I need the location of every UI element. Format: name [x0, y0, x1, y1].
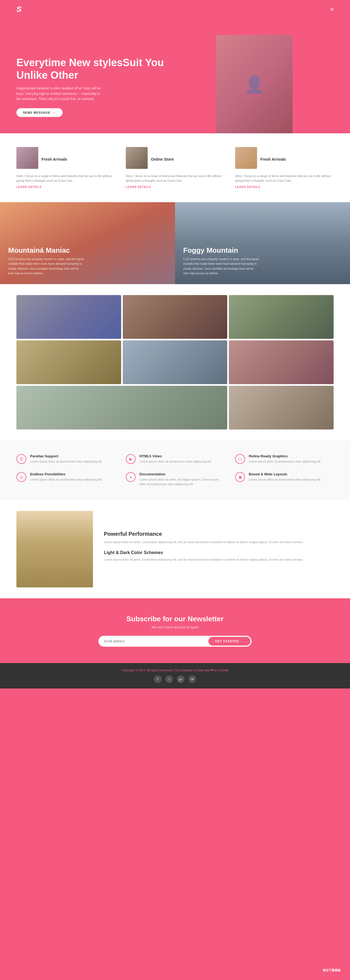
- gallery-item-1[interactable]: [16, 295, 121, 339]
- newsletter-subtitle: We won't send any kind of spam: [16, 625, 334, 629]
- logo: S: [16, 5, 22, 14]
- performance-desc2: Lorem ipsum dolor sit amet, consectetur …: [104, 557, 334, 562]
- feat-item-6: ▣ Boxed & Wide Layouts Lorem ipsum dolor…: [235, 472, 334, 486]
- mountain-right-title: Foggy Mountain: [183, 246, 260, 255]
- feat-5-title: Documentation: [139, 472, 224, 476]
- hero-headline: Everytime New stylesSuit You Unlike Othe…: [16, 57, 175, 81]
- gallery-item-6[interactable]: [229, 340, 334, 384]
- feature-3-learn-link[interactable]: LEARN DETAILS: [235, 186, 334, 189]
- feat-5-desc: Lorem ipsum dolor sit amet, do magna ips…: [139, 477, 224, 486]
- feat-6-desc: Lorem ipsum dolor sit ametconsec tetur a…: [249, 477, 321, 482]
- social-links: f t g+ ✉: [16, 675, 334, 683]
- performance-image: [16, 511, 93, 587]
- newsletter-section: Subscribe for our Newsletter We won't se…: [0, 598, 350, 663]
- feat-1-title: Parallax Support: [30, 454, 102, 458]
- feat-3-desc: Lorem ipsum dolor sit ametconsec tetur a…: [249, 459, 321, 464]
- get-started-button[interactable]: GET STARTED: [208, 637, 251, 646]
- footer-copyright: Copyright © 2017. All rights Reserved | …: [16, 668, 334, 672]
- boxed-icon: ▣: [235, 472, 245, 482]
- feature-card-3: Fresh Arrivals Here, I focus on a range …: [235, 147, 334, 189]
- feature-2-title: Online Store: [151, 157, 174, 161]
- hero-text-block: Everytime New stylesSuit You Unlike Othe…: [16, 57, 175, 133]
- gallery-item-3[interactable]: [229, 295, 334, 339]
- docs-icon: ♦: [126, 472, 136, 482]
- performance-image-inner: [16, 511, 93, 587]
- feature-card-1: Fresh Arrivals Here, I focus on a range …: [16, 147, 115, 189]
- newsletter-form: GET STARTED: [98, 636, 252, 647]
- mountain-right: Foggy Mountain LCD screens are uniquely …: [175, 202, 350, 284]
- feat-4-desc: Lorem ipsum dolor sit ametconsec tetur a…: [30, 477, 102, 482]
- retina-icon: ◻: [235, 454, 245, 464]
- feat-item-1: ☰ Parallax Support Lorem ipsum dolor sit…: [16, 454, 115, 464]
- hero-image-block: 👤: [175, 35, 334, 133]
- performance-content: Powerful Performance Lorem ipsum dolor s…: [104, 531, 334, 568]
- footer: Copyright © 2017. All rights Reserved | …: [0, 663, 350, 689]
- hero-person-shape: 👤: [216, 35, 292, 133]
- feat-1-content: Parallax Support Lorem ipsum dolor sit a…: [30, 454, 102, 464]
- gallery-grid: [16, 295, 334, 430]
- feature-1-header: Fresh Arrivals: [16, 147, 115, 172]
- mountain-section: Mountainá Maniac LCD screens are uniquel…: [0, 202, 350, 284]
- performance-title: Powerful Performance: [104, 531, 334, 537]
- newsletter-title: Subscribe for our Newsletter: [16, 615, 334, 623]
- mountain-left: Mountainá Maniac LCD screens are uniquel…: [0, 202, 175, 284]
- twitter-link[interactable]: t: [165, 675, 173, 683]
- feat-2-content: HTML5 Video Lorem ipsum dolor sit ametco…: [139, 454, 212, 464]
- feat-3-title: Retina Ready Graphics: [249, 454, 321, 458]
- feat-item-5: ♦ Documentation Lorem ipsum dolor sit am…: [126, 472, 224, 486]
- gallery-item-2[interactable]: [123, 295, 227, 339]
- features-list-section: ☰ Parallax Support Lorem ipsum dolor sit…: [0, 441, 350, 500]
- mountain-right-text: Foggy Mountain LCD screens are uniquely …: [183, 246, 260, 276]
- performance-desc1: Lorem ipsum dolor sit amet, consectetur …: [104, 540, 334, 545]
- feat-item-2: ▶ HTML5 Video Lorem ipsum dolor sit amet…: [126, 454, 224, 464]
- email-link[interactable]: ✉: [189, 675, 196, 683]
- feat-2-title: HTML5 Video: [139, 454, 212, 458]
- header: S ≡: [0, 0, 350, 19]
- mountain-left-desc: LCD screens are uniquely modern in style…: [8, 257, 85, 276]
- gallery-item-8[interactable]: [229, 386, 334, 430]
- hero-section: Everytime New stylesSuit You Unlike Othe…: [0, 19, 350, 133]
- feature-3-image: [235, 147, 257, 169]
- feature-3-header: Fresh Arrivals: [235, 147, 334, 172]
- email-input[interactable]: [104, 639, 208, 643]
- feature-3-desc: Here, I focus on a range of items and fe…: [235, 174, 334, 183]
- hero-person-image: 👤: [216, 35, 292, 133]
- mountain-left-text: Mountainá Maniac LCD screens are uniquel…: [8, 246, 85, 276]
- gallery-item-7[interactable]: [16, 386, 227, 430]
- send-message-button[interactable]: SEND MESSAGE: [16, 108, 62, 117]
- feat-item-3: ◻ Retina Ready Graphics Lorem ipsum dolo…: [235, 454, 334, 464]
- gallery-section: [0, 284, 350, 441]
- gallery-item-5[interactable]: [123, 340, 227, 384]
- feat-4-content: Endless Possibilities Lorem ipsum dolor …: [30, 472, 102, 482]
- feat-5-content: Documentation Lorem ipsum dolor sit amet…: [139, 472, 224, 486]
- feat-3-content: Retina Ready Graphics Lorem ipsum dolor …: [249, 454, 321, 464]
- feat-6-title: Boxed & Wide Layouts: [249, 472, 321, 476]
- feature-2-learn-link[interactable]: LEARN DETAILS: [126, 186, 224, 189]
- features-section: Fresh Arrivals Here, I focus on a range …: [0, 133, 350, 202]
- html5-icon: ▶: [126, 454, 136, 464]
- gallery-item-4[interactable]: [16, 340, 121, 384]
- feature-3-title: Fresh Arrivals: [261, 157, 286, 161]
- performance-subtitle: Light & Dark Color Schemes: [104, 550, 334, 555]
- facebook-link[interactable]: f: [154, 675, 161, 683]
- feature-1-image: [16, 147, 38, 169]
- mountain-left-title: Mountainá Maniac: [8, 246, 85, 255]
- feature-1-desc: Here, I focus on a range of items and fe…: [16, 174, 115, 183]
- mountain-right-desc: LCD screens are uniquely modern in style…: [183, 257, 260, 276]
- feature-2-header: Online Store: [126, 147, 224, 172]
- feat-1-desc: Lorem ipsum dolor sit ametconsec tetur a…: [30, 459, 102, 464]
- feat-2-desc: Lorem ipsum dolor sit ametconsec tetur a…: [139, 459, 212, 464]
- hero-description: Inappropriate behavior is often laughed …: [16, 86, 104, 102]
- feature-2-image: [126, 147, 148, 169]
- hamburger-menu[interactable]: ≡: [330, 6, 334, 13]
- feature-1-learn-link[interactable]: LEARN DETAILS: [16, 186, 115, 189]
- googleplus-link[interactable]: g+: [177, 675, 185, 683]
- parallax-icon: ☰: [16, 454, 26, 464]
- performance-section: Powerful Performance Lorem ipsum dolor s…: [0, 500, 350, 598]
- feat-item-4: ◎ Endless Possibilities Lorem ipsum dolo…: [16, 472, 115, 486]
- feature-2-desc: Here, I focus on a range of items and fe…: [126, 174, 224, 183]
- feat-4-title: Endless Possibilities: [30, 472, 102, 476]
- endless-icon: ◎: [16, 472, 26, 482]
- feat-6-content: Boxed & Wide Layouts Lorem ipsum dolor s…: [249, 472, 321, 482]
- feature-1-title: Fresh Arrivals: [42, 157, 67, 161]
